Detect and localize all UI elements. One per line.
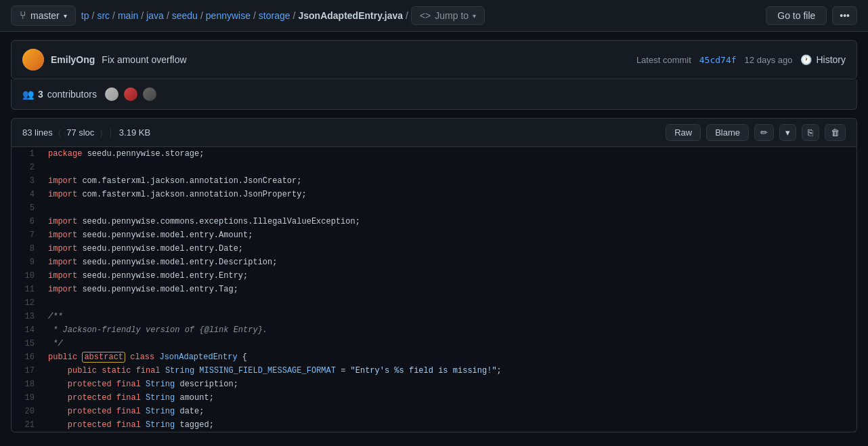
line-code: [45, 296, 856, 310]
code-table: 1 package seedu.pennywise.storage; 2 3 i…: [12, 147, 856, 432]
line-number[interactable]: 17: [12, 364, 45, 378]
history-button[interactable]: 🕐 History: [800, 54, 846, 65]
line-code: import seedu.pennywise.model.entry.Descr…: [45, 256, 856, 269]
table-row: 12: [12, 296, 856, 310]
top-bar-right: Go to file •••: [766, 6, 857, 25]
history-icon: 🕐: [800, 54, 812, 65]
table-row: 19 protected final String amount;: [12, 391, 856, 405]
table-row: 17 public static final String MISSING_FI…: [12, 364, 856, 378]
commit-bar: EmilyOng Fix amount overflow Latest comm…: [11, 40, 857, 79]
line-code: [45, 201, 856, 215]
line-number[interactable]: 3: [12, 174, 45, 188]
branch-name: master: [30, 10, 60, 21]
table-row: 21 protected final String tagged;: [12, 418, 856, 432]
go-to-file-button[interactable]: Go to file: [766, 6, 827, 25]
line-code: protected final String tagged;: [45, 418, 856, 432]
breadcrumb-current-file: JsonAdaptedEntry.java: [298, 10, 403, 21]
blame-button[interactable]: Blame: [706, 124, 749, 141]
table-row: 2: [12, 161, 856, 174]
line-number[interactable]: 5: [12, 201, 45, 215]
file-size: 3.19 KB: [119, 127, 150, 138]
contributors-bar: 👥 3 contributors: [11, 79, 857, 110]
table-row: 9 import seedu.pennywise.model.entry.Des…: [12, 256, 856, 269]
commit-message: Fix amount overflow: [102, 54, 186, 65]
commit-hash[interactable]: 45cd74f: [699, 55, 737, 65]
file-stats-right: Raw Blame ✏ ▾ ⎘ 🗑: [666, 124, 846, 141]
line-number[interactable]: 20: [12, 405, 45, 418]
line-number[interactable]: 6: [12, 215, 45, 228]
line-number[interactable]: 10: [12, 269, 45, 283]
line-code: public static final String MISSING_FIELD…: [45, 364, 856, 378]
line-number[interactable]: 12: [12, 296, 45, 310]
file-stats-left: 83 lines ( 77 sloc ) │ 3.19 KB: [22, 127, 150, 138]
jump-to-button[interactable]: <> Jump to ▾: [411, 6, 485, 25]
chevron-down-icon2: ▾: [473, 12, 476, 20]
line-number[interactable]: 15: [12, 337, 45, 350]
commit-author[interactable]: EmilyOng: [51, 54, 95, 65]
line-code: /**: [45, 310, 856, 323]
latest-commit-label: Latest commit: [636, 55, 691, 65]
table-row: 14 * Jackson-friendly version of {@link …: [12, 323, 856, 337]
code-icon: <>: [420, 10, 431, 21]
line-number[interactable]: 11: [12, 283, 45, 296]
table-row: 8 import seedu.pennywise.model.entry.Dat…: [12, 242, 856, 256]
line-code: import seedu.pennywise.model.entry.Tag;: [45, 283, 856, 296]
line-number[interactable]: 14: [12, 323, 45, 337]
line-number[interactable]: 9: [12, 256, 45, 269]
code-area: 1 package seedu.pennywise.storage; 2 3 i…: [11, 147, 857, 432]
contributors-label: 👥 3 contributors: [22, 89, 97, 100]
author-avatar: [22, 49, 44, 70]
branch-selector[interactable]: ⑂ master ▾: [11, 5, 76, 26]
line-number[interactable]: 2: [12, 161, 45, 174]
line-number[interactable]: 4: [12, 188, 45, 201]
more-file-options-button[interactable]: ▾: [779, 124, 796, 141]
table-row: 5: [12, 201, 856, 215]
table-row: 10 import seedu.pennywise.model.entry.En…: [12, 269, 856, 283]
line-number[interactable]: 19: [12, 391, 45, 405]
contributor-avatar-1[interactable]: [104, 86, 120, 102]
copy-raw-button[interactable]: ⎘: [802, 124, 819, 141]
line-number[interactable]: 13: [12, 310, 45, 323]
history-label: History: [816, 54, 846, 65]
jump-to-label: Jump to: [435, 10, 469, 21]
table-row: 18 protected final String description;: [12, 378, 856, 391]
line-code: import com.fasterxml.jackson.annotation.…: [45, 188, 856, 201]
top-bar: ⑂ master ▾ tp / src / main / java / seed…: [0, 0, 868, 32]
breadcrumb-seedu[interactable]: seedu: [172, 10, 198, 21]
breadcrumb-main[interactable]: main: [118, 10, 138, 21]
contributor-avatar-3[interactable]: [142, 86, 158, 102]
breadcrumb-storage[interactable]: storage: [259, 10, 290, 21]
table-row: 3 import com.fasterxml.jackson.annotatio…: [12, 174, 856, 188]
line-number[interactable]: 1: [12, 147, 45, 161]
line-number[interactable]: 7: [12, 228, 45, 242]
breadcrumb-java[interactable]: java: [146, 10, 164, 21]
contributor-avatar-2[interactable]: [123, 86, 139, 102]
line-code: import seedu.pennywise.model.entry.Date;: [45, 242, 856, 256]
line-number[interactable]: 21: [12, 418, 45, 432]
breadcrumb-pennywise[interactable]: pennywise: [206, 10, 251, 21]
breadcrumb-tp[interactable]: tp: [81, 10, 89, 21]
line-number[interactable]: 18: [12, 378, 45, 391]
contributors-text: contributors: [47, 89, 97, 100]
trash-icon: 🗑: [831, 127, 840, 138]
commit-bar-right: Latest commit 45cd74f 12 days ago 🕐 Hist…: [636, 54, 846, 65]
line-number[interactable]: 8: [12, 242, 45, 256]
chevron-down-icon3: ▾: [785, 127, 790, 138]
table-row: 16 public abstract class JsonAdaptedEntr…: [12, 350, 856, 364]
line-number[interactable]: 16: [12, 350, 45, 364]
raw-button[interactable]: Raw: [666, 124, 701, 141]
table-row: 20 protected final String date;: [12, 405, 856, 418]
more-options-button[interactable]: •••: [832, 6, 857, 25]
chevron-down-icon: ▾: [64, 12, 67, 20]
contributors-count: 3: [38, 89, 43, 100]
file-stats-bar: 83 lines ( 77 sloc ) │ 3.19 KB Raw Blame…: [11, 118, 857, 147]
edit-button[interactable]: ✏: [754, 124, 774, 141]
line-code: */: [45, 337, 856, 350]
contributors-icon: 👥: [22, 89, 34, 100]
breadcrumb-src[interactable]: src: [97, 10, 110, 21]
delete-button[interactable]: 🗑: [825, 124, 846, 141]
line-code: protected final String description;: [45, 378, 856, 391]
line-code: [45, 161, 856, 174]
ellipsis-icon: •••: [840, 10, 850, 21]
table-row: 13 /**: [12, 310, 856, 323]
